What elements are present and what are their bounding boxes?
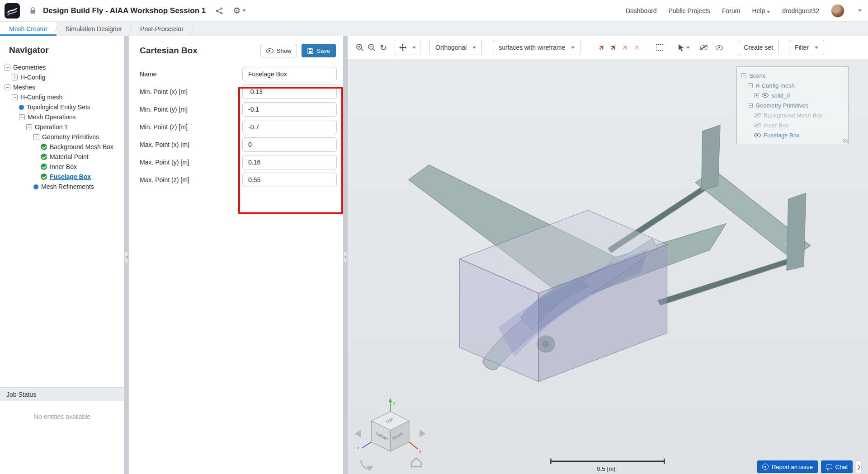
report-issue-button[interactable]: Report an issue <box>757 460 818 473</box>
chat-bubble-icon <box>826 465 832 469</box>
tree-item-background-mesh-box[interactable]: Background Mesh Box <box>0 142 124 152</box>
min-point-z-field[interactable] <box>242 120 337 134</box>
chevron-down-icon[interactable] <box>858 9 862 12</box>
min-point-y-field[interactable] <box>242 102 337 117</box>
nav-dashboard[interactable]: Dashboard <box>626 7 657 14</box>
scene-item-h-config-mesh[interactable]: H-Config mesh <box>740 80 845 90</box>
chat-button[interactable]: Chat <box>821 460 853 473</box>
vertical-fin-left[interactable] <box>701 125 720 190</box>
z-axis-label: z <box>357 445 359 450</box>
check-icon <box>41 174 47 180</box>
cursor-tool-button[interactable] <box>675 42 693 53</box>
name-field[interactable] <box>242 67 337 81</box>
max-point-y-field[interactable] <box>242 155 337 169</box>
check-icon <box>41 144 47 150</box>
visibility-eye-off-icon[interactable] <box>754 113 761 117</box>
tree-item-mesh-operations[interactable]: Mesh Operations <box>0 112 124 122</box>
chevron-down-icon <box>686 47 690 49</box>
tree-item-topological-entity-sets[interactable]: Topological Entity Sets <box>0 102 124 112</box>
vertical-fin-right[interactable] <box>787 193 806 270</box>
collapse-icon[interactable] <box>748 103 753 108</box>
share-icon[interactable] <box>216 7 223 14</box>
nav-help[interactable]: Help <box>752 7 770 14</box>
box-select-icon[interactable] <box>654 42 665 53</box>
max-point-z-field[interactable] <box>242 173 337 187</box>
max-point-x-field[interactable] <box>242 137 337 152</box>
save-floppy-icon <box>307 48 313 54</box>
collapse-icon[interactable] <box>5 84 10 90</box>
job-status-empty-message: No entities available <box>0 401 124 420</box>
scene-item-geometry-primitives[interactable]: Geometry Primitives <box>740 100 845 110</box>
nav-public-projects[interactable]: Public Projects <box>668 7 710 14</box>
collapse-icon[interactable] <box>5 65 10 70</box>
tree-item-mesh-refinements[interactable]: Mesh Refinements <box>0 182 124 192</box>
scene-item-fuselage-box[interactable]: Fuselage Box <box>740 130 845 140</box>
viewport-toolbar: ↻ Orthogonal surfaces with wireframe ✈ ✈… <box>348 36 868 59</box>
scene-item-solid-0[interactable]: solid_0 <box>740 90 845 100</box>
panel-resize-handle[interactable] <box>125 251 128 263</box>
navigator-title: Navigator <box>0 36 124 62</box>
panel-resize-handle[interactable] <box>344 251 347 263</box>
scene-tree-overlay[interactable]: Scene H-Config mesh solid_0 Geometry Pri… <box>736 66 849 144</box>
tree-item-material-point[interactable]: Material Point <box>0 152 124 162</box>
scene-item-scene[interactable]: Scene <box>740 70 845 80</box>
avatar[interactable] <box>831 4 844 18</box>
tree-item-inner-box[interactable]: Inner Box <box>0 162 124 172</box>
expand-icon[interactable] <box>754 93 759 98</box>
filter-dropdown[interactable]: Filter <box>789 40 824 55</box>
field-label: Name <box>140 70 242 78</box>
tree-item-meshes[interactable]: Meshes <box>0 82 124 92</box>
tree-item-fuselage-box[interactable]: Fuselage Box <box>0 172 124 182</box>
render-mode-dropdown[interactable]: surfaces with wireframe <box>493 40 580 55</box>
3d-viewport[interactable]: y x z TOP FRONT RIGHT <box>348 59 868 474</box>
eye-icon <box>266 48 274 53</box>
expand-icon[interactable] <box>12 75 18 80</box>
visibility-eye-icon[interactable] <box>754 133 761 137</box>
lock-icon <box>30 7 36 14</box>
collapse-icon[interactable] <box>748 83 753 88</box>
job-status-header[interactable]: Job Status <box>0 388 124 401</box>
zoom-in-icon[interactable] <box>354 42 366 53</box>
move-icon <box>399 44 406 51</box>
zoom-out-icon[interactable] <box>366 42 377 53</box>
nav-forum[interactable]: Forum <box>722 7 740 14</box>
viewport-area: ↻ Orthogonal surfaces with wireframe ✈ ✈… <box>348 36 868 474</box>
visibility-eye-off-icon[interactable] <box>754 123 761 127</box>
tree-item-geometry-primitives[interactable]: Geometry Primitives <box>0 132 124 142</box>
collapse-icon[interactable] <box>12 94 18 100</box>
collapse-icon[interactable] <box>26 124 32 130</box>
collapsed-widget[interactable]: ❯ <box>856 460 862 473</box>
panel-title: Cartesian Box <box>140 46 260 56</box>
reset-view-icon[interactable]: ↻ <box>377 42 389 53</box>
save-button[interactable]: Save <box>302 44 336 57</box>
scene-item-inner-box[interactable]: Inner Box <box>740 120 845 130</box>
tree-item-h-config-mesh[interactable]: H-Config mesh <box>0 92 124 102</box>
tab-post-processor[interactable]: Post-Processor <box>131 22 193 36</box>
tree-item-h-config[interactable]: H-Config <box>0 72 124 82</box>
collapse-icon[interactable] <box>741 73 746 78</box>
field-label: Min. Point (z) [m] <box>140 123 242 131</box>
blue-dot-icon <box>19 105 24 110</box>
app-logo-icon[interactable] <box>5 3 20 19</box>
username[interactable]: drodriguez32 <box>782 7 819 14</box>
check-icon <box>41 164 47 170</box>
settings-gear-icon[interactable]: ⚙ <box>233 6 246 15</box>
projection-dropdown[interactable]: Orthogonal <box>429 40 482 55</box>
show-selection-icon[interactable] <box>713 42 725 53</box>
chevron-down-icon <box>412 47 416 49</box>
aircraft-view-icon-4[interactable]: ✈ <box>629 39 646 56</box>
tab-mesh-creator[interactable]: Mesh Creator <box>0 22 57 36</box>
tab-simulation-designer[interactable]: Simulation Designer <box>57 22 131 36</box>
tree-item-geometries[interactable]: Geometries <box>0 62 124 72</box>
create-set-button[interactable]: Create set <box>738 40 779 55</box>
min-point-x-field[interactable] <box>242 84 337 99</box>
pan-tool-button[interactable] <box>395 40 420 55</box>
show-button[interactable]: Show <box>260 44 297 57</box>
hide-selection-icon[interactable] <box>698 42 710 53</box>
tree-item-operation-1[interactable]: Operation 1 <box>0 122 124 132</box>
collapse-icon[interactable] <box>19 114 25 120</box>
collapse-icon[interactable] <box>33 134 39 140</box>
scene-item-background-mesh-box[interactable]: Background Mesh Box <box>740 110 845 120</box>
workflow-tabs: Mesh Creator Simulation Designer Post-Pr… <box>0 22 868 36</box>
visibility-eye-icon[interactable] <box>762 93 769 98</box>
